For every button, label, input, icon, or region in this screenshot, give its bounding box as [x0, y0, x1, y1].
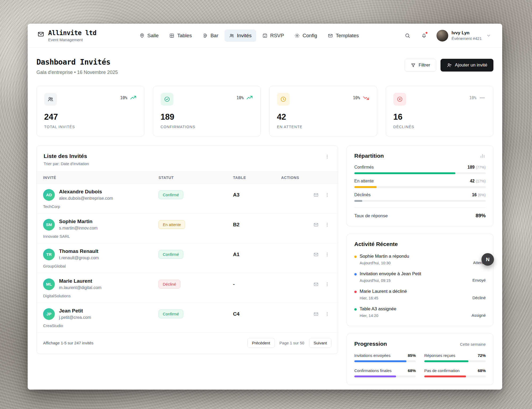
next-page-button[interactable]: Suivant [309, 338, 331, 348]
avatar: SM [43, 219, 55, 231]
col-invite: INVITÉ [43, 176, 159, 180]
page-indicator: Page 1 sur 50 [280, 341, 304, 345]
progress-fill [354, 360, 406, 362]
trend-indicator: 10% [469, 94, 486, 101]
status-badge: Confirmé [159, 190, 183, 199]
stat-card-total: 10% 247 TOTAL INVITÉS [36, 86, 144, 136]
app-header: Allinvite ltd Event Management Salle Tab… [28, 24, 502, 48]
nav-item-invites[interactable]: Invités [225, 30, 256, 42]
activity-time: Hier, 14:20 [360, 314, 472, 318]
progression-period: Cette semaine [460, 342, 486, 347]
prog-label: Réponses reçues [424, 353, 455, 358]
prog-value: 68% [408, 368, 416, 373]
head-actions: Filtrer Ajouter un invité [405, 59, 493, 72]
rep-pct: (6%) [478, 193, 486, 197]
row-kebab-icon[interactable] [323, 251, 331, 258]
brand-mail-icon [37, 31, 44, 38]
trend-value: 10% [469, 95, 476, 100]
col-statut: STATUT [159, 176, 233, 180]
kebab-menu-icon[interactable] [323, 153, 331, 160]
nav-item-rsvp[interactable]: RSVP [258, 30, 289, 42]
row-kebab-icon[interactable] [323, 191, 331, 199]
guest-email: t.renault@group.com [59, 256, 99, 260]
row-kebab-icon[interactable] [323, 310, 331, 318]
activity-item: Invitation envoyée à Jean Petit Aujourd'… [354, 271, 486, 283]
rep-label: En attente [354, 179, 374, 183]
stat-label: DÉCLINÉS [393, 125, 486, 129]
progression-item: Réponses reçues72% [424, 353, 486, 362]
bell-icon[interactable] [418, 30, 430, 41]
row-kebab-icon[interactable] [323, 281, 331, 288]
activity-item: Table A3 assignée Hier, 14:20 Assigné [354, 306, 486, 318]
trend-value: 10% [353, 95, 360, 100]
prev-page-button[interactable]: Précédent [247, 338, 275, 348]
nav-item-templates[interactable]: Templates [323, 30, 363, 42]
progress-track [354, 172, 486, 174]
add-guest-label: Ajouter un invité [455, 62, 487, 68]
guest-company: DigitalSolutions [43, 294, 331, 298]
send-mail-icon[interactable] [312, 281, 320, 288]
activity-time: Aujourd'hui, 09:15 [360, 278, 472, 283]
filter-button[interactable]: Filtrer [405, 59, 436, 72]
calendar-check-icon [262, 33, 268, 38]
row-kebab-icon[interactable] [323, 221, 331, 228]
status-badge: En attente [159, 220, 185, 229]
progress-track [424, 375, 486, 377]
prog-label: Confirmations finales [354, 368, 392, 373]
filter-label: Filtrer [419, 62, 430, 68]
status-badge: Confirmé [159, 310, 183, 318]
stat-card-declined: 10% 16 DÉCLINÉS [386, 86, 494, 136]
stat-label: EN ATTENTE [277, 125, 369, 129]
funnel-icon [411, 63, 416, 68]
send-mail-icon[interactable] [312, 310, 320, 318]
chevron-down-icon [486, 33, 491, 38]
guest-name: Thomas Renault [59, 248, 99, 254]
progression-item: Confirmations finales68% [354, 368, 416, 377]
activity-text: Invitation envoyée à Jean Petit [360, 271, 472, 277]
nav-item-bar[interactable]: Bar [198, 30, 223, 42]
floating-n-button[interactable]: N [481, 253, 494, 266]
guest-company: CreaStudio [43, 323, 331, 328]
activity-time: Hier, 16:45 [360, 296, 472, 300]
user-name: Ivvy Lyn [452, 30, 482, 36]
send-mail-icon[interactable] [312, 221, 320, 228]
nav-label: Templates [336, 33, 359, 39]
avatar [437, 30, 448, 41]
prog-label: Invitations envoyées [354, 353, 390, 358]
table-assignment: B2 [233, 222, 281, 228]
avatar: ML [43, 278, 55, 290]
stat-value: 247 [44, 112, 137, 122]
progress-fill [354, 172, 455, 174]
activity-dot [354, 273, 357, 276]
guest-company: GroupGlobal [43, 264, 331, 268]
progress-track [354, 200, 486, 202]
activity-dot [354, 256, 357, 258]
people-icon [44, 93, 57, 106]
add-guest-button[interactable]: Ajouter un invité [440, 59, 493, 72]
bar-chart-icon[interactable] [479, 153, 486, 159]
guest-list-title: Liste des Invités [44, 153, 89, 159]
nav-item-salle[interactable]: Salle [135, 30, 163, 42]
repartition-card: Répartition Confirmés 189 (77%) En atten… [347, 145, 493, 226]
repartition-title: Répartition [354, 153, 384, 159]
send-mail-icon[interactable] [312, 191, 320, 199]
search-icon[interactable] [402, 30, 413, 41]
page-subtitle: Gala d'entreprise • 16 Novembre 2025 [36, 70, 118, 75]
col-table: TABLE [233, 176, 281, 180]
response-rate-label: Taux de réponse [354, 213, 388, 219]
user-menu[interactable]: Ivvy Lyn Événement #421 [437, 30, 491, 41]
prog-value: 72% [478, 353, 486, 358]
nav-item-config[interactable]: Config [290, 30, 322, 42]
stat-value: 189 [161, 112, 253, 122]
activity-status: Envoyé [472, 278, 486, 283]
nav-item-tables[interactable]: Tables [165, 30, 196, 42]
send-mail-icon[interactable] [312, 251, 320, 258]
rep-label: Déclinés [354, 193, 371, 197]
activity-dot [354, 308, 357, 311]
nav-label: Salle [147, 33, 159, 39]
table-assignment: - [233, 281, 281, 287]
status-badge: Décliné [159, 280, 180, 289]
table-assignment: C4 [233, 311, 281, 317]
progression-title: Progression [354, 341, 387, 347]
table-row: TR Thomas Renault t.renault@group.com Co… [37, 243, 338, 273]
